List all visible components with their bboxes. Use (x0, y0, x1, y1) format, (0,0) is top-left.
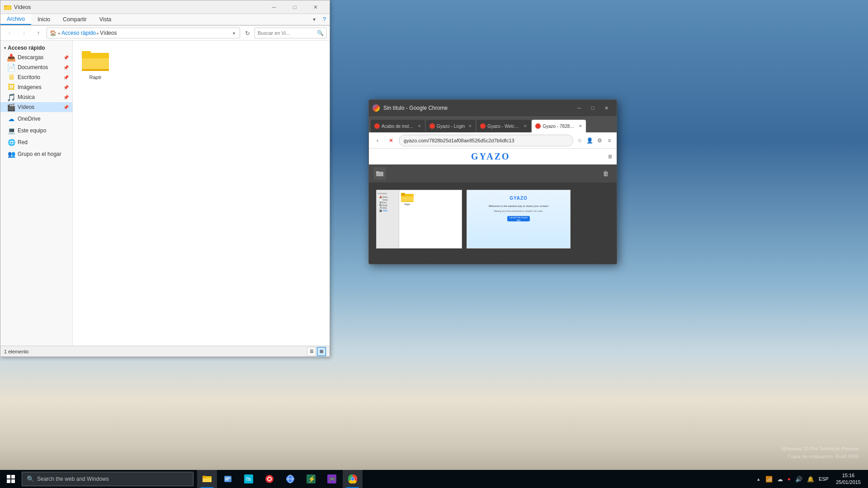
pin-icon: 📌 (63, 85, 69, 90)
sidebar-item-downloads[interactable]: 📥 Descargas 📌 (0, 52, 72, 62)
taskbar-app-explorer2[interactable] (218, 470, 238, 488)
gyazo-tray-icon[interactable]: ● (787, 475, 792, 483)
tab-0-close[interactable]: ✕ (418, 124, 421, 128)
sidebar-item-documentos[interactable]: 📄 Documentos 📌 (0, 62, 72, 72)
chrome-icon (348, 474, 358, 484)
minimize-button[interactable]: ─ (264, 0, 284, 14)
chrome-minimize-button[interactable]: ─ (572, 102, 586, 114)
desktop-watermark: Windows 10 Pro Technical Preview Copia d… (782, 445, 859, 461)
forward-button[interactable]: › (18, 28, 30, 38)
chrome-tab-1[interactable]: Gyazo - Login ✕ (426, 120, 476, 132)
gyazo-delete-icon[interactable]: 🗑 (599, 167, 612, 180)
tab-1-close[interactable]: ✕ (468, 124, 472, 128)
chrome-back-button[interactable]: ‹ (372, 135, 383, 146)
sidebar-item-onedrive[interactable]: ☁ OneDrive (0, 114, 72, 124)
explorer-window-icon (4, 4, 11, 11)
up-button[interactable]: ↑ (32, 28, 45, 38)
search-input[interactable] (258, 30, 317, 36)
sidebar-item-red[interactable]: 🌐 Red (0, 137, 72, 147)
tab-3-icon (535, 123, 541, 129)
tab-inicio[interactable]: Inicio (31, 14, 57, 25)
refresh-button[interactable]: ↻ (242, 28, 253, 38)
sidebar-item-escritorio[interactable]: 🖥 Escritorio 📌 (0, 72, 72, 82)
sidebar-item-grupo[interactable]: 👥 Grupo en el hogar (0, 149, 72, 159)
address-bar[interactable]: 🏠 ▸ Acceso rápido ▸ Vídeos ▾ (47, 28, 240, 38)
status-bar: 1 elemento ☰ ⊞ (0, 346, 330, 357)
maximize-button[interactable]: □ (284, 0, 305, 14)
cloud-tray-icon[interactable]: ☁ (776, 475, 784, 483)
clock-time: 15:16 (836, 472, 861, 479)
chrome-settings-icon[interactable]: ≡ (605, 136, 614, 145)
chrome-maximize-button[interactable]: □ (586, 102, 599, 114)
svg-rect-2 (5, 6, 10, 9)
sidebar-item-este-equipo[interactable]: 💻 Este equipo (0, 126, 72, 136)
quick-access-header[interactable]: ▾ Acceso rápido (0, 43, 72, 52)
status-text: 1 elemento (4, 349, 307, 354)
ribbon-expand-button[interactable]: ▾ (309, 14, 319, 25)
store-icon: 🛍 (244, 474, 254, 484)
taskbar-app-store[interactable]: 🛍 (239, 470, 259, 488)
sidebar-item-videos[interactable]: 🎬 Vídeos 📌 (0, 102, 72, 112)
taskbar-clock[interactable]: 15:16 25/01/2015 (832, 472, 864, 486)
tab-2-close[interactable]: ✕ (524, 124, 527, 128)
hamburger-menu-icon[interactable]: ≡ (608, 153, 612, 161)
taskbar-app-7[interactable]: 🎮 (322, 470, 342, 488)
folder-raptr[interactable]: Raptr (77, 45, 113, 84)
chrome-user-icon[interactable]: 👤 (585, 136, 594, 145)
grid-view-button[interactable]: ⊞ (317, 347, 326, 356)
taskbar-app-6[interactable]: ⚡ (301, 470, 321, 488)
quick-access-chevron-icon: ▾ (4, 46, 6, 50)
tray-expand-icon[interactable]: ▲ (755, 476, 763, 483)
chrome-content-toolbar: 🗑 (369, 164, 617, 183)
taskbar-search-bar[interactable]: 🔍 Search the web and Windows (22, 472, 193, 486)
tab-3-close[interactable]: ✕ (579, 124, 582, 128)
taskbar-app-file-explorer[interactable] (197, 470, 217, 488)
tab-archivo[interactable]: Archivo (0, 14, 31, 25)
pin-icon: 📌 (63, 75, 69, 80)
toolbar-area: ‹ › ↑ 🏠 ▸ Acceso rápido ▸ Vídeos ▾ ↻ 🔍 (0, 26, 330, 41)
chrome-url-bar[interactable]: gyazo.com/7828b25d1af08ae8526d5c2d7b6dfc… (399, 135, 573, 146)
chrome-stop-button[interactable]: ✕ (385, 135, 397, 146)
tab-vista[interactable]: Vista (93, 14, 118, 25)
search-box[interactable]: 🔍 (255, 28, 327, 38)
gyazo-folder-button[interactable] (373, 167, 386, 180)
tab-compartir[interactable]: Compartir (57, 14, 93, 25)
tab-0-icon (374, 123, 380, 129)
network-tray-icon[interactable]: 📶 (764, 475, 774, 483)
taskbar-search-icon: 🔍 (27, 475, 34, 483)
taskbar-app-5[interactable] (280, 470, 300, 488)
list-view-button[interactable]: ☰ (307, 347, 316, 356)
taskbar-apps: 🛍 ⚡ 🎮 (197, 470, 363, 488)
notification-tray-icon[interactable]: 🔔 (806, 475, 815, 483)
chrome-extension-icon[interactable]: ⚙ (595, 136, 604, 145)
chrome-tab-0[interactable]: Acabo de instalar ... ✕ (371, 120, 425, 132)
address-bar-path: Acceso rápido (61, 30, 96, 36)
content-area: Raptr (73, 41, 330, 346)
chrome-tab-3[interactable]: Gyazo - 7828b25d... ✕ (532, 120, 586, 132)
sidebar-item-imagenes[interactable]: 🖼 Imágenes 📌 (0, 82, 72, 92)
svg-rect-5 (82, 58, 109, 69)
svg-point-33 (351, 478, 354, 481)
taskbar-app-chrome[interactable] (343, 470, 363, 488)
chrome-tab-2[interactable]: Gyazo - Welcome ... ✕ (476, 120, 531, 132)
sidebar-item-musica[interactable]: 🎵 Música 📌 (0, 92, 72, 102)
taskbar-app-4[interactable] (259, 470, 279, 488)
explorer-title-bar: Vídeos ─ □ ✕ (0, 0, 330, 14)
chrome-app-icon (373, 104, 380, 112)
language-indicator[interactable]: ESP (817, 476, 830, 482)
svg-rect-11 (401, 197, 414, 201)
close-button[interactable]: ✕ (305, 0, 326, 14)
start-button[interactable] (0, 470, 22, 488)
chrome-star-icon[interactable]: ☆ (575, 136, 584, 145)
tab-2-icon (480, 123, 486, 129)
app7-icon: 🎮 (327, 474, 337, 484)
app5-icon (285, 474, 295, 484)
back-button[interactable]: ‹ (3, 28, 16, 38)
help-button[interactable]: ? (319, 14, 330, 25)
gyazo-header-bar: GYAZO ≡ (369, 149, 617, 164)
raptr-folder-label: Raptr (90, 75, 102, 80)
red-section: 🌐 Red (0, 136, 72, 148)
chrome-close-button[interactable]: ✕ (599, 102, 613, 114)
quick-access-section: ▾ Acceso rápido 📥 Descargas 📌 📄 Document… (0, 42, 72, 113)
volume-tray-icon[interactable]: 🔊 (794, 475, 803, 483)
